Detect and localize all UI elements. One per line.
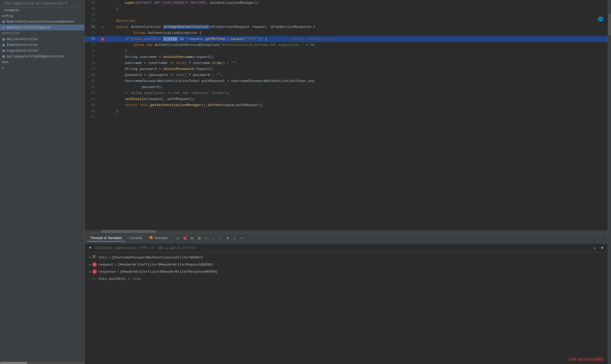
sidebar: ~/SpringSecurity/springsecurity-0 .examp… [0,0,85,364]
tab-actuator[interactable]: Actuator [146,235,171,242]
eval-dropdown[interactable]: ▼ [87,245,93,251]
var-name-this: this [98,256,107,260]
code-content: UsernamePasswordAuthenticationToken auth… [107,78,608,84]
sidebar-item-index[interactable]: IndexController [0,42,84,48]
sidebar-item-login[interactable]: LoginController [0,48,84,54]
code-line-84: 84 setDetails(request, authRequest); [85,96,608,102]
step-into-button[interactable]: ↓ [210,235,217,242]
var-name-response: response [98,270,115,274]
breakpoint-dot[interactable] [101,37,104,41]
expand-this[interactable]: ▶ [88,255,92,260]
line-gutter [98,78,107,84]
code-lines: 68 super(DEFAULT_ANT_PATH_REQUEST_MATCHE… [85,0,608,120]
line-gutter [98,114,107,120]
code-content: username = (username != null) ? username… [107,60,608,66]
main-area: ~/SpringSecurity/springsecurity-0 .examp… [0,0,611,364]
class-dot [2,55,5,58]
step-out-button[interactable]: ↑ [217,235,224,242]
var-value-response: {HeaderWriterFilter$HeaderWriterResponse… [120,270,218,274]
class-label: WebSecurityConfigurer [7,25,51,30]
code-line-73: 73 throws AuthenticationException { [85,30,608,36]
code-line-78: 78 username = (username != null) ? usern… [85,60,608,66]
line-gutter-breakpoint [98,36,107,42]
code-line-85: 85 return this.getAuthenticationManager(… [85,102,608,108]
var-row-postonly[interactable]: ▶ ∞ ○ this.postOnly = true [85,275,608,282]
run-to-cursor-button[interactable]: ⊘ [224,235,231,242]
pause-button[interactable] [196,235,202,242]
evaluate-button[interactable]: ✏ [231,235,238,242]
class-dot [2,49,5,52]
var-value-request: {HeaderWriterFilter$HeaderWriterRequest@… [118,263,213,267]
more-button[interactable]: ⋯ [239,235,245,242]
class-dot [2,26,5,29]
line-number: 69 [85,6,98,12]
code-content: } [107,48,608,54]
line-gutter [98,72,107,78]
more-eval-icon[interactable]: ▼ [599,245,606,251]
sidebar-scrollbar[interactable] [0,362,84,364]
code-line-74: 74 if (this.postOnly = true && !request.… [85,36,608,42]
vscrollbar-thumb[interactable] [609,14,611,36]
package-label: c [2,66,4,70]
line-number: 68 [85,0,98,6]
var-value-postonly: = true [128,277,141,281]
line-number: 79 [85,66,98,72]
code-content: if (this.postOnly = true && !request.get… [107,36,608,42]
expand-request[interactable]: ▶ [88,262,92,267]
expand-icon[interactable]: ⇕ [591,245,598,251]
sidebar-item-example[interactable]: .example [0,7,84,13]
var-row-this[interactable]: ▶ this = {UsernamePasswordAuthentication… [85,254,608,261]
code-content: // Allow subclasses to set the "details"… [107,90,608,96]
line-gutter [98,18,107,24]
sidebar-item-config[interactable]: onfig [0,13,84,19]
sidebar-item-myauth[interactable]: MyAuthenticationinSuccessHandler [0,19,84,25]
line-gutter [98,0,107,6]
code-line-72: 72 ⚠ public Authentication attemptAuthen… [85,24,608,30]
class-dot [2,44,5,46]
svg-rect-0 [184,237,186,240]
class-label: MyAuthenticationinSuccessHandler [7,20,75,24]
line-number: 87 [85,114,98,120]
var-row-response[interactable]: ▶ ○ response = {HeaderWriterFilter$Heade… [85,268,608,275]
stop-button[interactable] [182,235,188,242]
resume-button[interactable] [189,235,195,242]
class-dot [2,38,5,41]
variables-area: ▶ this = {UsernamePasswordAuthentication… [85,253,608,364]
code-content: public Authentication attemptAuthenticat… [107,24,608,30]
code-hscrollbar[interactable] [85,230,608,233]
sidebar-item-app[interactable]: springsecurity02Application [0,54,84,59]
sidebar-item-websecurity[interactable]: WebSecurityConfigurer [0,25,84,30]
code-line-81: 81 UsernamePasswordAuthenticationToken a… [85,78,608,84]
code-line-80: 80 password = (password != null) ? passw… [85,72,608,78]
stack-icon [92,256,97,259]
expand-response[interactable]: ▶ [88,269,92,274]
code-content: password = (password != null) ? password… [107,72,608,78]
eval-input[interactable] [95,246,591,250]
step-over-button[interactable]: ↗ [203,235,210,242]
sidebar-item-hello[interactable]: HelloController [0,36,84,42]
tab-console[interactable]: Console [126,235,146,242]
line-gutter [98,48,107,54]
code-content: setDetails(request, authRequest); [107,96,608,102]
var-eq: = [116,270,119,274]
sidebar-item-ees[interactable]: ees [0,59,84,65]
code-content: throw new AuthenticationServiceException… [107,42,608,48]
line-number: 74 [85,36,98,42]
line-gutter [98,84,107,90]
code-line-68: 68 super(DEFAULT_ANT_PATH_REQUEST_MATCHE… [85,0,608,6]
code-line-77: 77 String username = obtainUsername(requ… [85,54,608,60]
sidebar-category-controller: ontroller [0,30,84,36]
code-scroll[interactable]: 68 super(DEFAULT_ANT_PATH_REQUEST_MATCHE… [85,0,608,230]
sidebar-item-c[interactable]: c [0,65,84,71]
refresh-button[interactable]: ↻ [175,235,181,242]
right-scrollbar[interactable] [608,0,611,364]
var-row-request[interactable]: ▶ ○ request = {HeaderWriterFilter$Header… [85,261,608,268]
hscrollbar-thumb[interactable] [101,230,156,233]
var-eq: = [108,256,110,260]
code-content: } [107,6,608,12]
tab-threads-variables[interactable]: Threads & Variables [87,235,125,242]
line-gutter [98,42,107,48]
code-line-79: 79 String password = obtainPassword(requ… [85,66,608,72]
actuator-label: Actuator [154,236,168,240]
class-dot [2,20,5,23]
